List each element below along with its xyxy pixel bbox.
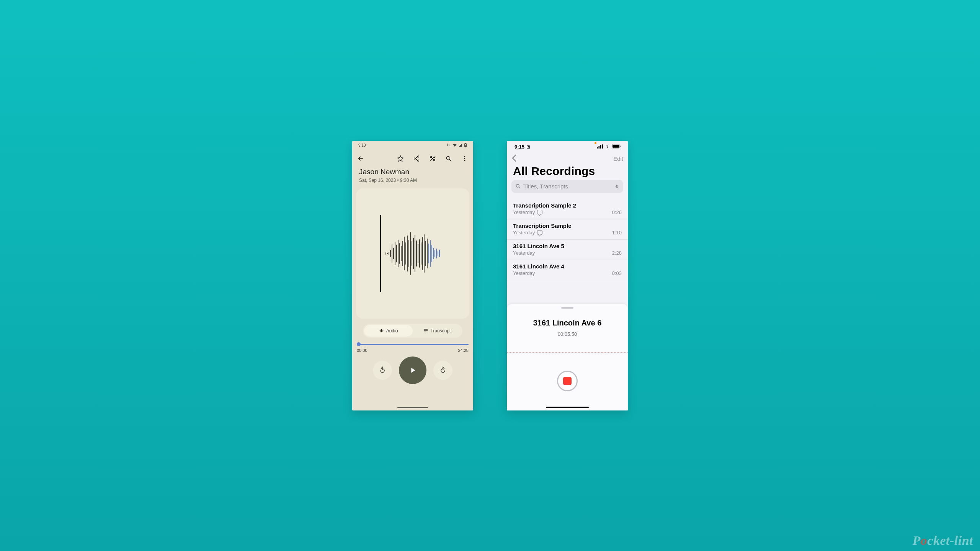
tab-audio[interactable]: Audio bbox=[364, 325, 413, 337]
edit-button[interactable]: Edit bbox=[613, 155, 623, 162]
recording-row-date: Yesterday bbox=[513, 250, 535, 256]
search-input[interactable]: Titles, Transcripts bbox=[511, 180, 623, 193]
mute-icon bbox=[446, 143, 451, 148]
svg-rect-2 bbox=[465, 146, 466, 147]
wifi-icon bbox=[604, 144, 610, 150]
status-time: 9:13 bbox=[358, 143, 366, 147]
share-icon[interactable] bbox=[413, 155, 420, 162]
time-elapsed: 00:00 bbox=[357, 348, 368, 353]
recording-row[interactable]: 3161 Lincoln Ave 4Yesterday0:03 bbox=[507, 260, 628, 280]
android-home-indicator[interactable] bbox=[397, 407, 428, 408]
transcript-badge-icon bbox=[537, 230, 542, 235]
recordings-list: Transcription Sample 2Yesterday0:26Trans… bbox=[507, 199, 628, 280]
svg-point-5 bbox=[418, 160, 419, 161]
tab-transcript-label: Transcript bbox=[431, 328, 451, 334]
tab-transcript[interactable]: Transcript bbox=[413, 325, 461, 337]
search-placeholder: Titles, Transcripts bbox=[523, 183, 612, 190]
recording-row[interactable]: Transcription SampleYesterday1:10 bbox=[507, 219, 628, 240]
mic-indicator-dot-icon bbox=[595, 142, 596, 144]
wifi-icon bbox=[452, 143, 457, 148]
mic-icon[interactable] bbox=[614, 183, 619, 190]
recording-row[interactable]: 3161 Lincoln Ave 5Yesterday2:28 bbox=[507, 240, 628, 260]
waveform-card[interactable] bbox=[356, 188, 469, 319]
svg-rect-1 bbox=[465, 143, 466, 143]
svg-point-11 bbox=[464, 160, 466, 161]
signal-icon bbox=[597, 144, 603, 150]
live-playhead bbox=[604, 352, 604, 353]
ios-nav-bar: Edit bbox=[507, 153, 628, 165]
play-button[interactable] bbox=[399, 356, 426, 384]
shortcut-icon bbox=[526, 145, 531, 149]
android-recorder-screen: 9:13 bbox=[352, 141, 473, 410]
more-icon[interactable] bbox=[461, 155, 469, 162]
status-time: 9:15 bbox=[514, 144, 524, 150]
ios-voice-memos-screen: 9:15 Edit All Recordings Titles, Transcr… bbox=[507, 141, 628, 410]
svg-point-4 bbox=[414, 158, 416, 159]
playback-controls bbox=[352, 356, 473, 384]
battery-icon bbox=[464, 143, 467, 148]
rewind-button[interactable] bbox=[373, 361, 392, 380]
view-toggle: Audio Transcript bbox=[363, 324, 462, 338]
transcript-badge-icon bbox=[537, 210, 542, 214]
page-title: All Recordings bbox=[507, 165, 628, 180]
android-toolbar bbox=[352, 150, 473, 167]
watermark: Pocket-lint bbox=[913, 533, 973, 548]
seek-thumb[interactable] bbox=[357, 342, 361, 346]
recording-row-date: Yesterday bbox=[513, 209, 535, 215]
recording-title: Jason Newman bbox=[352, 167, 473, 176]
svg-point-10 bbox=[464, 158, 466, 159]
recording-subtitle: Sat, Sep 16, 2023 • 9:30 AM bbox=[352, 176, 473, 183]
ios-status-bar: 9:15 bbox=[507, 141, 628, 153]
svg-point-3 bbox=[418, 155, 419, 157]
recording-row-duration: 2:28 bbox=[612, 250, 622, 256]
recording-row-title: 3161 Lincoln Ave 4 bbox=[513, 263, 622, 270]
svg-rect-18 bbox=[612, 145, 619, 147]
search-icon[interactable] bbox=[445, 155, 452, 162]
search-icon bbox=[515, 183, 521, 189]
status-icons-right bbox=[446, 143, 467, 148]
svg-rect-16 bbox=[602, 144, 603, 149]
live-waveform bbox=[507, 352, 628, 353]
battery-icon bbox=[612, 144, 621, 150]
active-recording-title: 3161 Lincoln Ave 6 bbox=[533, 319, 602, 327]
back-icon[interactable] bbox=[357, 155, 364, 162]
recording-row-title: Transcription Sample 2 bbox=[513, 202, 622, 209]
stop-record-button[interactable] bbox=[557, 371, 578, 391]
back-icon[interactable] bbox=[511, 154, 518, 164]
crop-icon[interactable] bbox=[429, 155, 436, 162]
svg-point-8 bbox=[446, 156, 450, 160]
recording-row-duration: 0:26 bbox=[612, 209, 622, 215]
seek-bar[interactable]: 00:00 -24:28 bbox=[357, 344, 469, 353]
signal-icon bbox=[459, 143, 462, 148]
sheet-grabber[interactable] bbox=[561, 307, 573, 309]
svg-rect-15 bbox=[600, 145, 601, 149]
time-remaining: -24:28 bbox=[457, 348, 469, 353]
recording-row-duration: 0:03 bbox=[612, 270, 622, 276]
recording-row-duration: 1:10 bbox=[612, 230, 622, 235]
recording-row-title: Transcription Sample bbox=[513, 222, 622, 229]
recording-row-date: Yesterday bbox=[513, 230, 535, 235]
recording-sheet[interactable]: 3161 Lincoln Ave 6 00:05.50 bbox=[507, 304, 628, 410]
svg-rect-14 bbox=[598, 146, 599, 149]
recording-row[interactable]: Transcription Sample 2Yesterday0:26 bbox=[507, 199, 628, 219]
playhead-line bbox=[380, 215, 381, 292]
stop-icon bbox=[563, 377, 572, 385]
audio-waveform bbox=[380, 211, 445, 296]
svg-rect-19 bbox=[620, 146, 621, 147]
ios-home-indicator[interactable] bbox=[546, 407, 589, 408]
svg-rect-13 bbox=[597, 147, 598, 149]
recording-row-date: Yesterday bbox=[513, 270, 535, 276]
active-recording-time: 00:05.50 bbox=[558, 331, 577, 337]
forward-button[interactable] bbox=[433, 361, 452, 380]
svg-point-9 bbox=[464, 156, 466, 157]
star-icon[interactable] bbox=[397, 155, 404, 162]
tab-audio-label: Audio bbox=[386, 328, 398, 334]
recording-row-title: 3161 Lincoln Ave 5 bbox=[513, 243, 622, 249]
android-status-bar: 9:13 bbox=[352, 141, 473, 150]
svg-point-20 bbox=[516, 185, 519, 188]
